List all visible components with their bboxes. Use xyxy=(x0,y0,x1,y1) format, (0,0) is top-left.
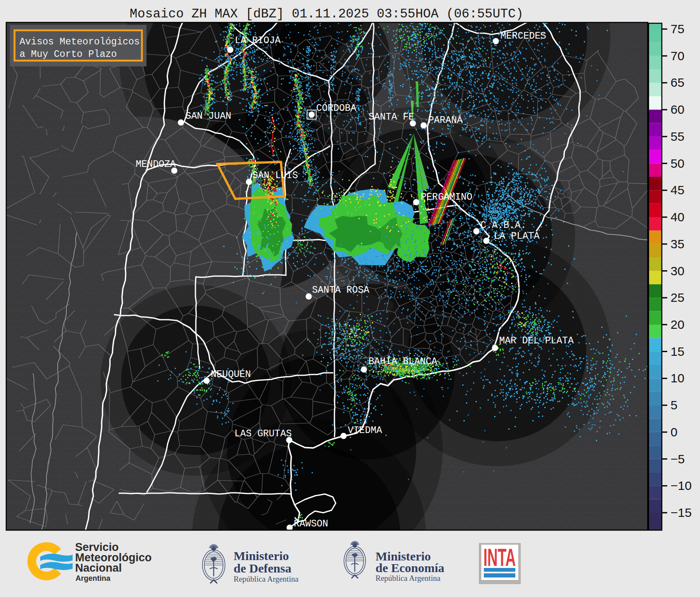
svg-text:SAN JUAN: SAN JUAN xyxy=(185,111,231,122)
svg-text:SAN LUIS: SAN LUIS xyxy=(252,170,298,181)
svg-text:BAHÍA BLANCA: BAHÍA BLANCA xyxy=(368,356,437,367)
svg-text:LA PLATA: LA PLATA xyxy=(494,231,540,242)
svg-text:SANTA ROSA: SANTA ROSA xyxy=(312,285,369,296)
svg-text:Mosaico ZH MAX [dBZ] 01.11.202: Mosaico ZH MAX [dBZ] 01.11.2025 03:55HOA… xyxy=(130,7,524,21)
svg-text:VIEDMA: VIEDMA xyxy=(348,425,382,436)
svg-text:República Argentina: República Argentina xyxy=(234,575,299,583)
svg-text:NEUQUÉN: NEUQUÉN xyxy=(211,369,251,380)
svg-text:40: 40 xyxy=(671,210,684,224)
svg-text:de Economía: de Economía xyxy=(376,561,444,575)
svg-text:PERGAMINO: PERGAMINO xyxy=(421,192,472,203)
svg-text:República Argentina: República Argentina xyxy=(376,574,441,582)
svg-text:0: 0 xyxy=(671,425,678,439)
svg-text:C.A.B.A.: C.A.B.A. xyxy=(480,220,526,231)
svg-text:65: 65 xyxy=(671,76,684,89)
svg-text:75: 75 xyxy=(671,22,684,36)
svg-text:20: 20 xyxy=(671,318,684,331)
svg-text:SANTA FE: SANTA FE xyxy=(368,112,414,122)
svg-text:55: 55 xyxy=(671,130,684,143)
svg-text:Argentina: Argentina xyxy=(76,574,111,582)
svg-text:60: 60 xyxy=(671,103,684,116)
svg-text:50: 50 xyxy=(671,157,684,170)
svg-text:70: 70 xyxy=(671,49,684,63)
svg-text:a Muy Corto Plazo: a Muy Corto Plazo xyxy=(20,49,117,60)
svg-text:−5: −5 xyxy=(671,452,685,466)
svg-text:35: 35 xyxy=(671,237,684,251)
svg-text:15: 15 xyxy=(671,345,684,358)
svg-text:de Defensa: de Defensa xyxy=(234,561,291,575)
svg-text:30: 30 xyxy=(671,264,684,278)
svg-text:5: 5 xyxy=(671,398,678,412)
svg-text:−15: −15 xyxy=(671,506,692,519)
svg-text:Avisos Meteorológicos: Avisos Meteorológicos xyxy=(20,37,140,47)
svg-text:MAR DEL PLATA: MAR DEL PLATA xyxy=(499,335,574,346)
svg-text:Nacional: Nacional xyxy=(75,562,122,574)
svg-text:MENDOZA: MENDOZA xyxy=(136,159,176,170)
svg-text:−10: −10 xyxy=(671,479,692,492)
svg-text:Ministerio: Ministerio xyxy=(234,549,289,563)
svg-text:RAWSON: RAWSON xyxy=(294,519,328,529)
svg-text:25: 25 xyxy=(671,291,684,304)
svg-text:PARANÁ: PARANÁ xyxy=(428,115,463,126)
svg-text:LAS GRUTAS: LAS GRUTAS xyxy=(234,428,292,439)
svg-text:10: 10 xyxy=(671,371,684,385)
svg-text:MERCEDES: MERCEDES xyxy=(500,31,546,42)
svg-text:LA RIOJA: LA RIOJA xyxy=(235,35,281,46)
svg-text:INTA: INTA xyxy=(483,543,516,571)
svg-text:45: 45 xyxy=(671,183,684,197)
svg-text:CÓRDOBA: CÓRDOBA xyxy=(316,102,356,114)
